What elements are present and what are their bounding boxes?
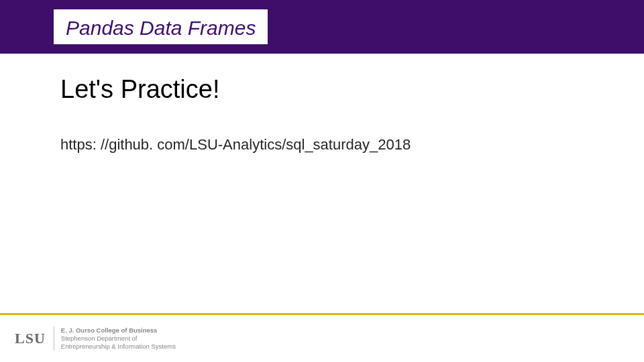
dept-line-1: E. J. Ourso College of Business bbox=[61, 326, 176, 335]
slide: Pandas Data Frames Let's Practice! https… bbox=[0, 0, 644, 362]
dept-line-3: Entrepreneurship & Information Systems bbox=[61, 343, 176, 351]
department-block: E. J. Ourso College of Business Stephens… bbox=[61, 326, 176, 351]
slide-title: Pandas Data Frames bbox=[66, 17, 256, 40]
lsu-logo: LSU bbox=[15, 330, 54, 347]
footer: LSU E. J. Ourso College of Business Step… bbox=[15, 324, 176, 353]
github-url: https: //github. com/LSU-Analytics/sql_s… bbox=[60, 136, 604, 154]
content-area: Let's Practice! https: //github. com/LSU… bbox=[60, 75, 604, 154]
dept-line-2: Stephenson Department of bbox=[61, 335, 176, 343]
content-heading: Let's Practice! bbox=[60, 75, 604, 104]
slide-title-tab: Pandas Data Frames bbox=[54, 9, 268, 44]
footer-divider bbox=[54, 326, 54, 351]
gold-accent-rule bbox=[0, 313, 644, 315]
header-bar: Pandas Data Frames bbox=[0, 0, 644, 54]
